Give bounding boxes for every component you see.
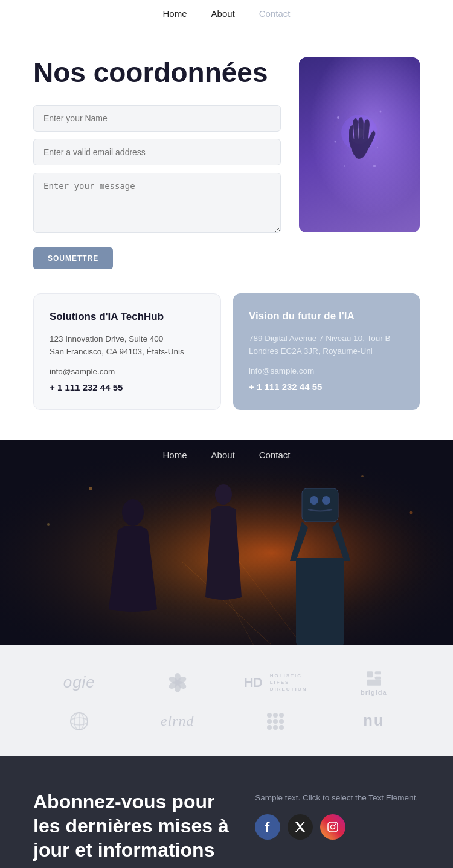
svg-point-40	[267, 713, 272, 718]
name-input[interactable]	[33, 105, 281, 132]
image-nav: Home About Contact	[0, 450, 453, 460]
svg-point-4	[380, 111, 382, 113]
social-icons-group	[255, 814, 420, 840]
instagram-icon	[327, 822, 338, 832]
svg-point-22	[361, 475, 364, 477]
svg-point-46	[267, 725, 272, 730]
svg-rect-33	[374, 671, 381, 674]
full-width-image: Home About Contact	[0, 440, 453, 645]
card-vision-address: 789 Digital Avenue 7 Niveau 10, Tour B L…	[249, 332, 404, 358]
message-input[interactable]	[33, 173, 281, 233]
dots-icon	[265, 710, 286, 732]
card-techhub-address: 123 Innovation Drive, Suite 400 San Fran…	[50, 333, 205, 359]
svg-point-16	[215, 484, 232, 505]
logo-ogie: ogie	[63, 673, 95, 692]
logo-elrnd: elrnd	[161, 713, 194, 729]
scene-svg	[0, 440, 453, 645]
logo-brigida: brigida	[361, 669, 387, 696]
svg-point-7	[344, 165, 345, 167]
facebook-icon	[262, 822, 273, 832]
hand-svg	[326, 100, 393, 190]
email-input[interactable]	[33, 139, 281, 165]
brigida-icon	[365, 669, 383, 688]
twitter-x-icon	[295, 822, 306, 832]
logo-circle-lines	[68, 710, 90, 732]
subscribe-left: Abonnez-vous pour les dernières mises à …	[33, 790, 231, 868]
svg-point-48	[279, 725, 284, 730]
svg-rect-49	[328, 822, 338, 832]
logo-flower	[167, 672, 188, 694]
facebook-button[interactable]	[255, 814, 280, 840]
card-techhub-email: info@sample.com	[50, 367, 205, 376]
twitter-button[interactable]	[288, 814, 313, 840]
instagram-button[interactable]	[320, 814, 345, 840]
svg-point-21	[89, 487, 92, 490]
svg-point-15	[122, 499, 144, 526]
main-nav: Home About Contact	[0, 0, 453, 27]
svg-point-5	[377, 147, 378, 148]
page-title: Nos coordonnées	[33, 57, 281, 88]
svg-rect-17	[302, 488, 338, 522]
svg-point-43	[267, 719, 272, 724]
subscribe-right: Sample text. Click to select the Text El…	[255, 790, 420, 868]
svg-point-44	[273, 719, 278, 724]
logo-dots	[265, 710, 286, 732]
card-techhub-title: Solutions d'IA TechHub	[50, 311, 205, 323]
svg-point-6	[335, 141, 336, 143]
email-field-group	[33, 139, 281, 165]
name-field-group	[33, 105, 281, 132]
card-techhub-phone: + 1 111 232 44 55	[50, 382, 205, 392]
subscribe-section: Abonnez-vous pour les dernières mises à …	[0, 756, 453, 868]
nav-about[interactable]: About	[211, 8, 235, 19]
hero-section: Nos coordonnées SOUMETTRE	[0, 27, 453, 293]
hero-image	[299, 57, 420, 232]
card-techhub: Solutions d'IA TechHub 123 Innovation Dr…	[33, 293, 221, 410]
svg-point-51	[335, 823, 336, 825]
cards-section: Solutions d'IA TechHub 123 Innovation Dr…	[0, 293, 453, 440]
svg-rect-32	[367, 671, 373, 677]
svg-point-23	[410, 511, 413, 514]
subscribe-title: Abonnez-vous pour les dernières mises à …	[33, 790, 231, 862]
image-nav-home[interactable]: Home	[163, 450, 187, 460]
svg-point-42	[279, 713, 284, 718]
flower-icon	[167, 672, 188, 694]
nav-contact[interactable]: Contact	[259, 8, 291, 19]
submit-button[interactable]: SOUMETTRE	[33, 247, 113, 269]
svg-point-3	[337, 116, 339, 119]
svg-point-24	[47, 523, 50, 526]
image-nav-contact[interactable]: Contact	[259, 450, 291, 460]
svg-point-41	[273, 713, 278, 718]
svg-point-8	[373, 165, 376, 167]
svg-point-19	[322, 496, 330, 505]
svg-point-45	[279, 719, 284, 724]
logos-section: ogie HD HOLISTIC LIFES DIRE	[0, 645, 453, 756]
svg-rect-34	[374, 676, 381, 679]
svg-rect-20	[296, 558, 344, 645]
svg-point-47	[273, 725, 278, 730]
card-vision-phone: + 1 111 232 44 55	[249, 381, 404, 392]
message-field-group	[33, 173, 281, 235]
card-vision-title: Vision du futur de l'IA	[249, 310, 404, 322]
nav-home[interactable]: Home	[163, 8, 187, 19]
circle-lines-icon	[68, 710, 90, 732]
logo-hd: HD HOLISTIC LIFES DIRECTION	[244, 673, 307, 692]
hand-illustration	[299, 57, 420, 232]
subscribe-sample-text: Sample text. Click to select the Text El…	[255, 793, 420, 802]
card-vision: Vision du futur de l'IA 789 Digital Aven…	[233, 293, 420, 410]
subscribe-inner: Abonnez-vous pour les dernières mises à …	[33, 790, 420, 868]
logos-grid: ogie HD HOLISTIC LIFES DIRE	[33, 669, 420, 732]
image-nav-about[interactable]: About	[211, 450, 235, 460]
svg-point-50	[331, 825, 335, 829]
card-vision-email: info@sample.com	[249, 366, 404, 375]
svg-point-18	[310, 496, 318, 505]
logo-nu: nu	[363, 712, 384, 730]
svg-rect-35	[367, 679, 381, 685]
svg-point-31	[175, 680, 180, 685]
image-background	[0, 440, 453, 645]
hero-left: Nos coordonnées SOUMETTRE	[33, 57, 281, 269]
